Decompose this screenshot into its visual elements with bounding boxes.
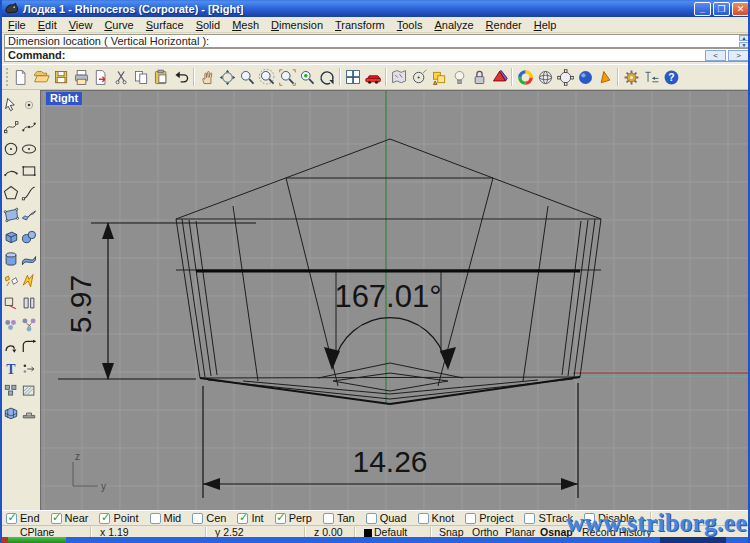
osnap-mid-checkbox[interactable] <box>150 513 161 524</box>
sphere-wireframe-icon[interactable] <box>536 68 555 87</box>
trim-icon[interactable] <box>2 294 20 316</box>
menu-analyze[interactable]: Analyze <box>428 18 479 32</box>
toolbar-grip[interactable] <box>6 68 9 86</box>
group-icon[interactable] <box>2 316 20 338</box>
command-scroll-left-button[interactable]: < <box>705 50 726 61</box>
command-scroll-right-button[interactable]: > <box>728 50 749 61</box>
close-button[interactable]: ✕ <box>732 2 749 16</box>
osnap-cen-checkbox[interactable] <box>192 513 203 524</box>
car-icon[interactable] <box>364 68 383 87</box>
surface-curved-icon[interactable] <box>20 206 38 228</box>
osnap-int-checkbox[interactable] <box>237 513 248 524</box>
four-viewports-icon[interactable] <box>344 68 363 87</box>
copy-icon[interactable] <box>132 68 151 87</box>
hull-wireframe[interactable] <box>176 139 601 404</box>
osnap-int[interactable]: Int <box>237 512 263 524</box>
help-icon[interactable]: ? <box>662 68 681 87</box>
text-icon[interactable]: T <box>2 360 20 382</box>
minimize-button[interactable]: _ <box>694 2 711 16</box>
osnap-tan[interactable]: Tan <box>323 512 355 524</box>
blocks-icon[interactable] <box>2 382 20 404</box>
new-document-icon[interactable] <box>12 68 31 87</box>
open-folder-icon[interactable] <box>32 68 51 87</box>
menu-file[interactable]: File <box>2 18 32 32</box>
mesh-surface-icon[interactable] <box>20 250 38 272</box>
osnap-quad-checkbox[interactable] <box>366 513 377 524</box>
color-ring-icon[interactable] <box>516 68 535 87</box>
paste-icon[interactable] <box>152 68 171 87</box>
osnap-perp[interactable]: Perp <box>275 512 312 524</box>
osnap-cen[interactable]: Cen <box>192 512 226 524</box>
control-point-curve-icon[interactable] <box>2 118 20 140</box>
circle-center-icon[interactable] <box>410 68 429 87</box>
restore-button[interactable]: ❐ <box>713 2 730 16</box>
osnap-tan-checkbox[interactable] <box>323 513 334 524</box>
osnap-project[interactable]: Project <box>465 512 513 524</box>
command-scroll-up-button[interactable]: ▲ <box>739 35 749 41</box>
gear-icon[interactable] <box>622 68 641 87</box>
menu-solid[interactable]: Solid <box>190 18 226 32</box>
osnap-near-checkbox[interactable] <box>51 513 62 524</box>
map-icon[interactable] <box>390 68 409 87</box>
menu-view[interactable]: View <box>63 18 99 32</box>
osnap-perp-checkbox[interactable] <box>275 513 286 524</box>
command-prompt-line[interactable]: Command: <box>4 48 750 62</box>
osnap-project-checkbox[interactable] <box>465 513 476 524</box>
zoom-selected-icon[interactable] <box>298 68 317 87</box>
zoom-icon[interactable] <box>238 68 257 87</box>
menu-mesh[interactable]: Mesh <box>226 18 265 32</box>
lightbulb-icon[interactable] <box>450 68 469 87</box>
zoom-window-icon[interactable] <box>278 68 297 87</box>
osnap-quad[interactable]: Quad <box>366 512 407 524</box>
lock-icon[interactable] <box>470 68 489 87</box>
menu-curve[interactable]: Curve <box>98 18 139 32</box>
cylinder-icon[interactable] <box>2 250 20 272</box>
print-icon[interactable] <box>72 68 91 87</box>
undo-view-icon[interactable] <box>318 68 337 87</box>
command-history-line[interactable]: Dimension location ( Vertical Horizontal… <box>4 34 750 48</box>
lightning-icon[interactable] <box>20 272 38 294</box>
viewport-right[interactable]: 5.97 14.26 167.01° z y Right <box>40 90 750 510</box>
cone-icon[interactable] <box>596 68 615 87</box>
sphere-shaded-icon[interactable] <box>576 68 595 87</box>
osnap-mid[interactable]: Mid <box>150 512 182 524</box>
ellipse-icon[interactable] <box>20 140 38 162</box>
undo-icon[interactable] <box>172 68 191 87</box>
arc-icon[interactable] <box>2 162 20 184</box>
blend-curve-icon[interactable] <box>20 184 38 206</box>
rotate-view-icon[interactable] <box>218 68 237 87</box>
layers-icon[interactable] <box>430 68 449 87</box>
zoom-dynamic-icon[interactable] <box>258 68 277 87</box>
spheres-icon[interactable] <box>20 228 38 250</box>
command-scroll-down-button[interactable]: ▼ <box>739 42 749 48</box>
dimension-style-icon[interactable] <box>642 68 661 87</box>
polygon-icon[interactable] <box>2 184 20 206</box>
stamp-icon[interactable] <box>20 404 38 426</box>
osnap-end-checkbox[interactable] <box>6 513 17 524</box>
mesh-box-icon[interactable] <box>2 404 20 426</box>
menu-edit[interactable]: Edit <box>32 18 63 32</box>
menu-transform[interactable]: Transform <box>329 18 391 32</box>
osnap-knot-checkbox[interactable] <box>418 513 429 524</box>
fillet-arrow-icon[interactable] <box>20 338 38 360</box>
pan-hand-icon[interactable] <box>198 68 217 87</box>
save-icon[interactable] <box>52 68 71 87</box>
cut-icon[interactable] <box>112 68 131 87</box>
viewport-title-tab[interactable]: Right <box>46 92 82 105</box>
explode-icon[interactable] <box>2 272 20 294</box>
menu-help[interactable]: Help <box>528 18 563 32</box>
interpolate-curve-icon[interactable] <box>20 118 38 140</box>
pointer-arrow-icon[interactable] <box>2 96 20 118</box>
box-icon[interactable] <box>2 228 20 250</box>
menu-render[interactable]: Render <box>480 18 528 32</box>
hook-arrow-icon[interactable] <box>2 338 20 360</box>
rectangle-icon[interactable] <box>20 162 38 184</box>
sphere-points-icon[interactable] <box>556 68 575 87</box>
menu-surface[interactable]: Surface <box>140 18 190 32</box>
menu-tools[interactable]: Tools <box>391 18 429 32</box>
osnap-knot[interactable]: Knot <box>418 512 455 524</box>
osnap-point[interactable]: Point <box>99 512 138 524</box>
menu-dimension[interactable]: Dimension <box>265 18 329 32</box>
point-icon[interactable] <box>20 96 38 118</box>
circle-icon[interactable] <box>2 140 20 162</box>
